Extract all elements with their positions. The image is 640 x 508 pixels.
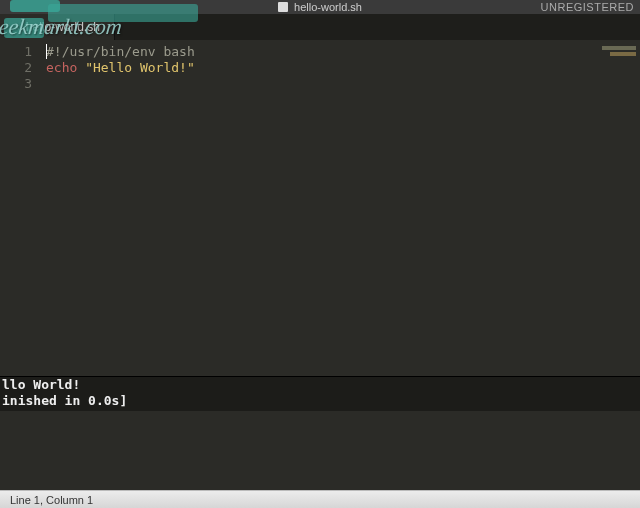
- status-bar: Line 1, Column 1: [0, 490, 640, 508]
- minimap[interactable]: [580, 40, 640, 376]
- minimap-content: [610, 52, 636, 56]
- minimap-content: [602, 46, 636, 50]
- file-icon: [278, 2, 288, 12]
- line-number: 2: [0, 60, 32, 76]
- line-number: 3: [0, 76, 32, 92]
- code-editor[interactable]: 1 2 3 #!/usr/bin/env bash echo "Hello Wo…: [0, 40, 640, 376]
- registration-status: UNREGISTERED: [541, 1, 634, 13]
- build-output-panel[interactable]: llo World! inished in 0.0s]: [0, 377, 640, 411]
- empty-panel-area: [0, 411, 640, 490]
- output-line: llo World!: [2, 377, 80, 392]
- code-line[interactable]: [46, 76, 580, 92]
- cursor-position: Line 1, Column 1: [10, 494, 93, 506]
- tab-label: hello-world.sh: [26, 20, 100, 34]
- code-area[interactable]: #!/usr/bin/env bash echo "Hello World!": [40, 40, 580, 376]
- window-title: hello-world.sh: [294, 1, 362, 13]
- line-number-gutter: 1 2 3: [0, 40, 40, 376]
- output-line: inished in 0.0s]: [2, 393, 127, 408]
- code-line[interactable]: #!/usr/bin/env bash: [46, 44, 580, 60]
- title-center: hello-world.sh: [278, 1, 362, 13]
- tab-bar: × hello-world.sh: [0, 14, 640, 40]
- line-number: 1: [0, 44, 32, 60]
- close-icon[interactable]: ×: [14, 22, 20, 33]
- tab-hello-world[interactable]: × hello-world.sh: [0, 14, 115, 40]
- code-line[interactable]: echo "Hello World!": [46, 60, 580, 76]
- text-cursor: [46, 44, 47, 59]
- window-titlebar: hello-world.sh UNREGISTERED: [0, 0, 640, 14]
